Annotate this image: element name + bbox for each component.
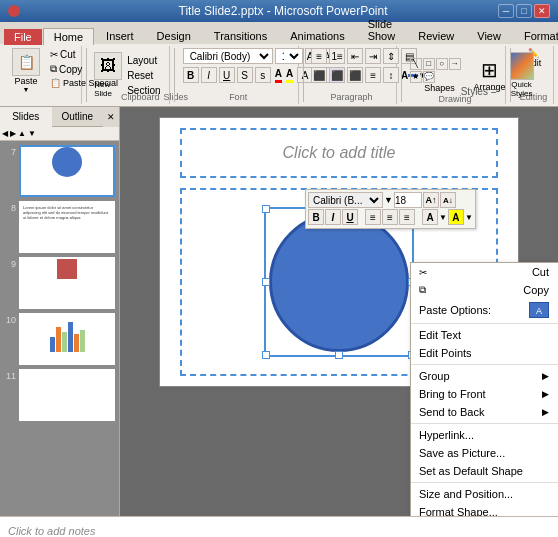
panel-nav-down[interactable]: ▼	[28, 129, 36, 138]
cm-edit-points[interactable]: Edit Points	[411, 344, 558, 362]
tab-animations[interactable]: Animations	[279, 27, 355, 44]
ft-size-up[interactable]: A↑	[423, 192, 439, 208]
slide-thumb-11[interactable]: 11	[4, 369, 115, 421]
text-direction-button[interactable]: ⇕	[383, 48, 399, 64]
slide-preview-10[interactable]	[19, 313, 115, 365]
increase-indent-button[interactable]: ⇥	[365, 48, 381, 64]
tab-insert[interactable]: Insert	[95, 27, 145, 44]
reset-button[interactable]: Reset	[124, 69, 163, 82]
handle-bl[interactable]	[262, 351, 270, 359]
ft-color-dropdown[interactable]: ▼	[439, 213, 447, 222]
tab-design[interactable]: Design	[146, 27, 202, 44]
ft-align-center[interactable]: ≡	[382, 209, 398, 225]
bold-button[interactable]: B	[183, 67, 199, 83]
panel-nav-left[interactable]: ◀	[2, 129, 8, 138]
ft-align-left[interactable]: ≡	[365, 209, 381, 225]
slide-panel-close[interactable]: ✕	[103, 107, 119, 127]
ft-highlight[interactable]: A	[448, 209, 464, 225]
slide-thumb-10[interactable]: 10	[4, 313, 115, 365]
close-button[interactable]: ✕	[534, 4, 550, 18]
group-paragraph: ≡ 1≡ ⇤ ⇥ ⇕ ▤ ⬛ ⬛ ⬛ ≡ ↕ A ▼	[307, 46, 397, 104]
slide-7-circle	[52, 147, 82, 177]
float-toolbar: Calibri (B... ▼ A↑ A↓ B I U ≡ ≡ ≡ A ▼ A …	[305, 189, 476, 229]
slide-preview-9[interactable]	[19, 257, 115, 309]
cm-cut-icon: ✂	[419, 267, 427, 278]
notes-area[interactable]: Click to add notes	[0, 516, 558, 537]
panel-nav-right[interactable]: ▶	[10, 129, 16, 138]
slide-preview-7[interactable]	[19, 145, 115, 197]
paste-dropdown[interactable]: ▼	[23, 86, 30, 93]
slide-preview-11[interactable]	[19, 369, 115, 421]
align-right-button[interactable]: ⬛	[347, 67, 363, 83]
cm-size-position[interactable]: Size and Position...	[411, 485, 558, 503]
ft-row1: Calibri (B... ▼ A↑ A↓	[308, 192, 473, 208]
ft-size-input[interactable]	[394, 192, 422, 208]
slide-thumbnails: 7 8 Lorem ipsum dolor sit amet consectet…	[0, 141, 119, 516]
font-size-select[interactable]: 18	[275, 48, 303, 64]
slide-preview-8[interactable]: Lorem ipsum dolor sit amet consectetur a…	[19, 201, 115, 253]
ft-bold[interactable]: B	[308, 209, 324, 225]
underline-button[interactable]: U	[219, 67, 235, 83]
numbering-button[interactable]: 1≡	[329, 48, 345, 64]
ft-font-select[interactable]: Calibri (B...	[308, 192, 383, 208]
cm-bring-to-front[interactable]: Bring to Front ▶	[411, 385, 558, 403]
slide-10-content	[21, 315, 113, 354]
align-left-button[interactable]: ⬛	[311, 67, 327, 83]
strikethrough-button[interactable]: S	[237, 67, 253, 83]
title-bar: Title Slide2.pptx - Microsoft PowerPoint…	[0, 0, 558, 22]
shadow-button[interactable]: s	[255, 67, 271, 83]
cm-send-to-back[interactable]: Send to Back ▶	[411, 403, 558, 421]
slide-8-content: Lorem ipsum dolor sit amet consectetur a…	[21, 203, 113, 223]
quick-styles-button[interactable]: Quick Styles	[510, 52, 534, 98]
tab-view[interactable]: View	[466, 27, 512, 44]
ft-highlight-dropdown[interactable]: ▼	[465, 213, 473, 222]
title-placeholder[interactable]: Click to add title	[180, 128, 498, 178]
decrease-indent-button[interactable]: ⇤	[347, 48, 363, 64]
align-center-button[interactable]: ⬛	[329, 67, 345, 83]
paste-button[interactable]: 📋 Paste ▼	[8, 48, 44, 93]
minimize-button[interactable]: ─	[498, 4, 514, 18]
tab-transitions[interactable]: Transitions	[203, 27, 278, 44]
layout-button[interactable]: Layout	[124, 54, 163, 67]
panel-nav-up[interactable]: ▲	[18, 129, 26, 138]
cm-set-default[interactable]: Set as Default Shape	[411, 462, 558, 480]
section-button[interactable]: Section	[124, 84, 163, 97]
handle-tl[interactable]	[262, 205, 270, 213]
ft-size-down[interactable]: A↓	[440, 192, 456, 208]
cm-cut[interactable]: ✂ Cut	[411, 263, 558, 281]
tab-home[interactable]: Home	[43, 28, 94, 45]
bullets-button[interactable]: ≡	[311, 48, 327, 64]
cm-group[interactable]: Group ▶	[411, 367, 558, 385]
maximize-button[interactable]: □	[516, 4, 532, 18]
cm-format-shape[interactable]: Format Shape...	[411, 503, 558, 516]
tab-review[interactable]: Review	[407, 27, 465, 44]
cm-save-as-picture[interactable]: Save as Picture...	[411, 444, 558, 462]
slide-thumb-8[interactable]: 8 Lorem ipsum dolor sit amet consectetur…	[4, 201, 115, 253]
tab-slideshow[interactable]: Slide Show	[357, 15, 407, 44]
tab-slides[interactable]: Slides	[0, 107, 52, 127]
slide-thumb-7[interactable]: 7	[4, 145, 115, 197]
font-name-select[interactable]: Calibri (Body)	[183, 48, 273, 64]
ft-italic[interactable]: I	[325, 209, 341, 225]
tab-format[interactable]: Format	[513, 27, 558, 44]
cm-hyperlink[interactable]: Hyperlink...	[411, 426, 558, 444]
cm-edit-text[interactable]: Edit Text	[411, 326, 558, 344]
new-slide-button[interactable]: 🖼 New Slide	[94, 52, 122, 98]
shapes-grid: ╲ □ ○ → ★ 💬	[410, 58, 470, 83]
font-color-A: A	[275, 68, 282, 79]
cm-paste-options[interactable]: Paste Options: A	[411, 299, 558, 321]
slide-thumb-9[interactable]: 9	[4, 257, 115, 309]
tab-outline[interactable]: Outline	[52, 107, 104, 127]
paste-options-box[interactable]: A	[529, 302, 549, 318]
tab-file[interactable]: File	[4, 29, 42, 45]
ft-underline[interactable]: U	[342, 209, 358, 225]
cm-copy[interactable]: ⧉ Copy	[411, 281, 558, 299]
ft-font-dropdown[interactable]: ▼	[384, 195, 393, 205]
italic-button[interactable]: I	[201, 67, 217, 83]
ft-align-right[interactable]: ≡	[399, 209, 415, 225]
handle-bc[interactable]	[335, 351, 343, 359]
ft-font-color[interactable]: A	[422, 209, 438, 225]
justify-button[interactable]: ≡	[365, 67, 381, 83]
line-spacing-button[interactable]: ↕	[383, 67, 399, 83]
blue-circle[interactable]	[269, 212, 409, 352]
